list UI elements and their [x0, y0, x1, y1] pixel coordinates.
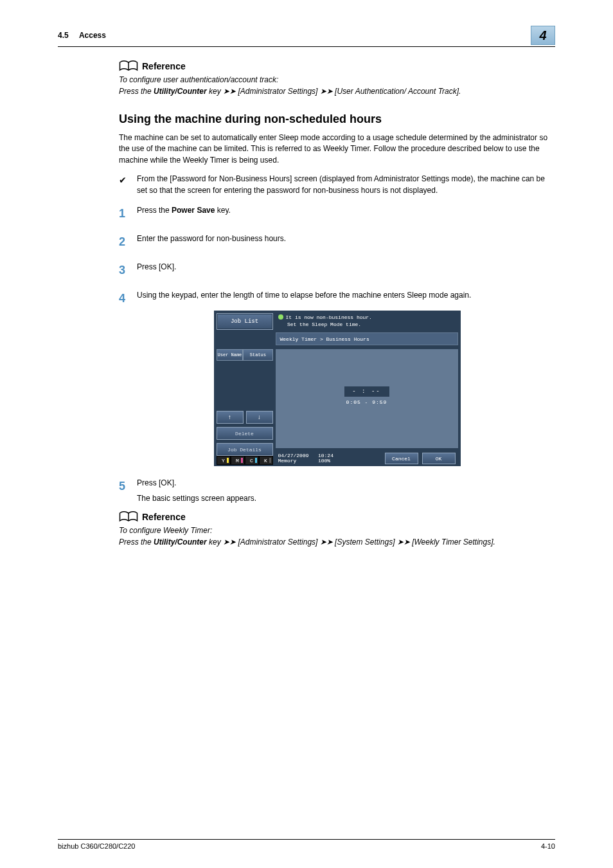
time-range-label: 0:05 - 9:59: [344, 399, 389, 405]
reference-heading: Reference: [142, 512, 186, 522]
datetime-memory: 04/27/2009 10:24 Memory 100%: [276, 453, 333, 465]
section-label: 4.5 Access: [58, 31, 106, 40]
ok-button[interactable]: OK: [422, 453, 456, 464]
toner-m-icon: M: [231, 456, 245, 465]
status-message: It is now non-business hour. Set the Sle…: [276, 313, 458, 331]
step-text: Enter the password for non-business hour…: [137, 233, 286, 250]
step-1: 1 Press the Power Save key.: [119, 205, 555, 222]
tab-status[interactable]: Status: [243, 349, 272, 361]
delete-button[interactable]: Delete: [217, 427, 273, 440]
cancel-button[interactable]: Cancel: [385, 453, 418, 464]
toner-c-icon: C: [245, 456, 259, 465]
toner-levels: Y M C K: [217, 456, 273, 465]
job-list-button[interactable]: Job List: [217, 313, 273, 330]
reference-line: Press the Utility/Counter key ➤➤ [Admini…: [119, 538, 555, 547]
reference-line: To configure Weekly Timer:: [119, 526, 555, 535]
reference-heading: Reference: [142, 61, 186, 71]
hint-icon: [278, 314, 283, 320]
chapter-badge: 4: [531, 26, 555, 45]
step-number: 5: [119, 478, 137, 504]
section-number: 4.5: [58, 31, 69, 40]
step-number: 4: [119, 290, 137, 307]
checkmark-icon: ✔: [119, 174, 137, 196]
section-title: Access: [79, 31, 106, 40]
note-item: ✔ From the [Password for Non-Business Ho…: [119, 174, 555, 196]
step-number: 3: [119, 262, 137, 278]
scroll-down-button[interactable]: ↓: [246, 411, 273, 424]
step-2: 2 Enter the password for non-business ho…: [119, 233, 555, 250]
reference-block-1: Reference To configure user authenticati…: [119, 60, 555, 96]
step-number: 1: [119, 205, 137, 222]
reference-icon: [119, 60, 138, 73]
step-4: 4 Using the keypad, enter the length of …: [119, 290, 555, 307]
note-text: From the [Password for Non-Business Hour…: [137, 174, 555, 196]
main-panel: - : -- 0:05 - 9:59: [276, 349, 458, 448]
scroll-up-button[interactable]: ↑: [217, 411, 244, 424]
reference-line: To configure user authentication/account…: [119, 75, 555, 84]
step-3: 3 Press [OK].: [119, 262, 555, 278]
step-text: Using the keypad, enter the length of ti…: [137, 290, 471, 307]
tab-username[interactable]: User Name: [217, 349, 244, 361]
step-subtext: The basic settings screen appears.: [137, 493, 256, 504]
step-number: 2: [119, 233, 137, 250]
toner-y-icon: Y: [217, 456, 231, 465]
step-text: Press [OK].: [137, 478, 256, 489]
toner-k-icon: K: [259, 456, 273, 465]
page-footer: bizhub C360/C280/C220 4-10: [58, 839, 555, 850]
device-screenshot: Job List User Name Status ↑ ↓ Delete Job…: [214, 311, 461, 466]
job-details-button[interactable]: Job Details: [217, 443, 273, 456]
page-number: 4-10: [541, 842, 555, 850]
model-label: bizhub C360/C280/C220: [58, 842, 135, 850]
reference-block-2: Reference To configure Weekly Timer: Pre…: [119, 511, 555, 547]
page-header: 4.5 Access 4: [58, 26, 555, 47]
reference-line: Press the Utility/Counter key ➤➤ [Admini…: [119, 87, 555, 96]
paragraph: The machine can be set to automatically …: [119, 132, 555, 166]
step-text: Press [OK].: [137, 262, 176, 278]
subsection-heading: Using the machine during non-scheduled h…: [119, 113, 555, 126]
step-5: 5 Press [OK]. The basic settings screen …: [119, 478, 555, 504]
breadcrumb: Weekly Timer > Business Hours: [276, 332, 458, 345]
reference-icon: [119, 511, 138, 523]
time-input[interactable]: - : --: [344, 386, 389, 397]
